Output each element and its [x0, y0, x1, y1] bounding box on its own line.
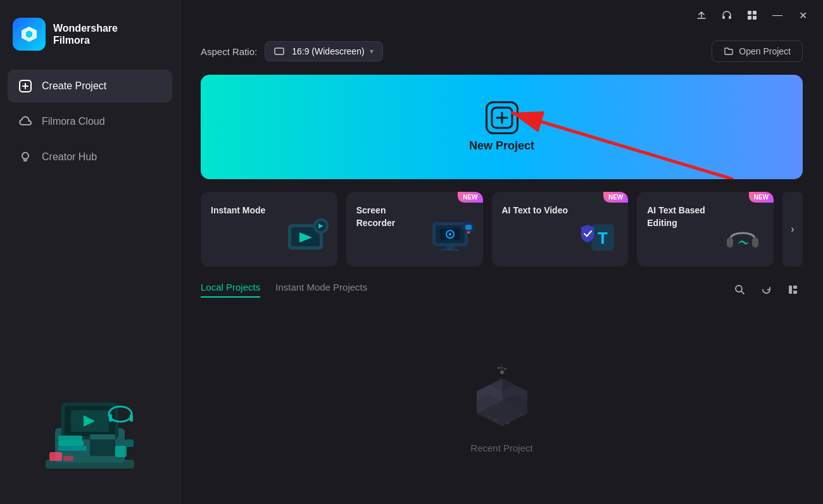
- scroll-next-button[interactable]: ›: [782, 192, 803, 267]
- tab-instant-mode-projects[interactable]: Instant Mode Projects: [275, 282, 367, 298]
- sidebar-item-label-create-project: Create Project: [42, 80, 106, 92]
- svg-rect-11: [58, 446, 87, 451]
- card-label-ai-text-to-video: AI Text to Video: [502, 205, 572, 217]
- svg-rect-24: [748, 16, 751, 20]
- svg-point-58: [504, 368, 506, 370]
- app-subtitle: Filmora: [53, 34, 118, 46]
- new-project-label: New Project: [469, 139, 534, 153]
- tab-actions: [729, 279, 803, 299]
- chevron-down-icon: ▾: [370, 47, 374, 56]
- bulb-icon: [18, 149, 33, 165]
- open-project-label: Open Project: [739, 46, 791, 56]
- svg-rect-26: [275, 48, 284, 54]
- screen-recorder-icon: [427, 215, 478, 261]
- svg-rect-17: [63, 456, 73, 461]
- svg-rect-43: [465, 225, 472, 230]
- svg-rect-10: [130, 414, 133, 422]
- new-project-banner[interactable]: New Project: [201, 75, 803, 179]
- feature-card-instant-mode[interactable]: Instant Mode: [201, 192, 337, 267]
- sidebar-item-label-creator-hub: Creator Hub: [42, 151, 97, 163]
- empty-box-illustration: [461, 350, 543, 432]
- upload-button[interactable]: [691, 5, 712, 25]
- svg-rect-52: [793, 291, 797, 294]
- svg-line-29: [512, 113, 733, 179]
- sidebar-item-label-filmora-cloud: Filmora Cloud: [42, 116, 105, 127]
- logo-icon: [13, 18, 46, 51]
- new-badge-screen-recorder: NEW: [458, 192, 482, 203]
- svg-rect-14: [90, 437, 115, 456]
- open-project-button[interactable]: Open Project: [712, 41, 803, 62]
- sidebar-item-filmora-cloud[interactable]: Filmora Cloud: [8, 105, 172, 138]
- svg-rect-22: [748, 11, 751, 15]
- ai-text-based-editing-icon: [718, 215, 769, 261]
- tab-local-projects-label: Local Projects: [201, 282, 260, 293]
- svg-rect-20: [722, 16, 725, 19]
- svg-rect-50: [789, 286, 792, 294]
- svg-rect-12: [58, 441, 84, 446]
- feature-card-screen-recorder[interactable]: NEW Screen Recorder: [346, 192, 483, 267]
- svg-rect-15: [90, 434, 115, 439]
- aspect-ratio-label: Aspect Ratio:: [201, 46, 257, 57]
- grid-view-button[interactable]: [782, 279, 803, 299]
- feature-card-ai-text-based-editing[interactable]: NEW AI Text Based Editing: [637, 192, 774, 267]
- empty-state: Recent Project: [201, 312, 803, 491]
- tabs: Local Projects Instant Mode Projects: [201, 282, 367, 298]
- card-label-instant-mode: Instant Mode: [211, 205, 280, 217]
- instant-mode-icon: [282, 215, 332, 261]
- svg-rect-13: [58, 436, 82, 441]
- new-badge-ai-text-based-editing: NEW: [749, 192, 774, 203]
- ai-text-to-video-icon: T: [572, 215, 623, 261]
- svg-point-39: [449, 233, 451, 236]
- svg-rect-48: [752, 237, 758, 248]
- card-label-ai-text-based-editing: AI Text Based Editing: [647, 205, 717, 229]
- svg-rect-16: [49, 452, 62, 461]
- svg-rect-21: [729, 16, 731, 19]
- aspect-ratio-dropdown[interactable]: 16:9 (Widescreen) ▾: [265, 41, 382, 61]
- feature-card-ai-text-to-video[interactable]: NEW AI Text to Video T: [492, 192, 629, 267]
- svg-rect-47: [727, 237, 733, 248]
- aspect-bar: Aspect Ratio: 16:9 (Widescreen) ▾ Open P…: [201, 41, 803, 62]
- headphones-button[interactable]: [717, 5, 737, 25]
- search-button[interactable]: [729, 279, 750, 299]
- feature-cards: Instant Mode NEW Screen Recorder: [201, 192, 803, 267]
- app-logo: Wondershare Filmora: [0, 0, 180, 70]
- svg-rect-41: [441, 249, 459, 251]
- svg-text:T: T: [598, 229, 608, 248]
- svg-rect-23: [753, 11, 757, 15]
- sidebar-item-creator-hub[interactable]: Creator Hub: [8, 141, 172, 173]
- main-content: — ✕ Aspect Ratio: 16:9 (Widescreen) ▾ Op: [180, 0, 823, 504]
- title-bar: — ✕: [180, 0, 823, 30]
- svg-point-53: [494, 418, 498, 422]
- sidebar: Wondershare Filmora Create Project Filmo…: [0, 0, 180, 504]
- content-area: Aspect Ratio: 16:9 (Widescreen) ▾ Open P…: [180, 30, 823, 504]
- plus-square-icon: [18, 79, 33, 94]
- close-button[interactable]: ✕: [793, 5, 813, 25]
- new-badge-ai-text-to-video: NEW: [603, 192, 628, 203]
- svg-point-44: [467, 231, 470, 234]
- logo-text: Wondershare Filmora: [53, 22, 118, 46]
- empty-state-label: Recent Project: [470, 443, 532, 453]
- tabs-bar: Local Projects Instant Mode Projects: [201, 279, 803, 299]
- svg-point-55: [488, 415, 491, 418]
- svg-rect-18: [115, 446, 127, 457]
- sidebar-item-create-project[interactable]: Create Project: [8, 70, 172, 103]
- svg-rect-51: [793, 286, 797, 289]
- tab-instant-mode-projects-label: Instant Mode Projects: [275, 282, 367, 293]
- card-label-screen-recorder: Screen Recorder: [356, 205, 426, 229]
- svg-rect-9: [109, 414, 112, 422]
- new-project-icon: [486, 101, 518, 134]
- refresh-button[interactable]: [756, 279, 776, 299]
- sidebar-illustration: [0, 358, 180, 504]
- cloud-icon: [18, 114, 33, 129]
- aspect-ratio-value: 16:9 (Widescreen): [292, 46, 364, 56]
- sidebar-nav: Create Project Filmora Cloud Creator Hub: [0, 70, 180, 173]
- svg-point-1: [22, 153, 28, 159]
- svg-rect-40: [446, 246, 454, 249]
- svg-rect-19: [125, 439, 134, 447]
- tab-local-projects[interactable]: Local Projects: [201, 282, 260, 298]
- app-name: Wondershare: [53, 22, 118, 34]
- svg-point-54: [507, 422, 510, 424]
- minimize-button[interactable]: —: [767, 5, 788, 25]
- grid-layout-button[interactable]: [742, 5, 762, 25]
- svg-rect-25: [753, 16, 757, 20]
